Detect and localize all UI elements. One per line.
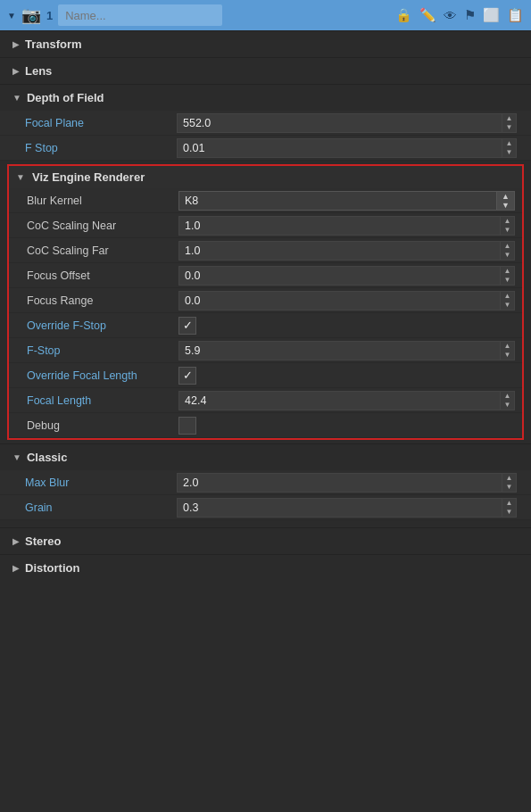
- focus-offset-row: Focus Offset ▲ ▼: [9, 263, 522, 288]
- focal-length-increment[interactable]: ▲: [501, 392, 514, 401]
- focal-length-decrement[interactable]: ▼: [501, 401, 514, 410]
- fstop-row: F Stop ▲ ▼: [0, 136, 531, 161]
- max-blur-increment[interactable]: ▲: [502, 474, 516, 483]
- camera-number: 1: [46, 9, 53, 22]
- coc-far-input[interactable]: [178, 241, 501, 261]
- focus-offset-decrement[interactable]: ▼: [501, 276, 514, 285]
- focal-length-spinner: ▲ ▼: [501, 391, 515, 410]
- max-blur-spinner: ▲ ▼: [502, 473, 517, 493]
- override-focal-length-row: Override Focal Length: [9, 363, 522, 388]
- classic-section-header[interactable]: ▼ Classic: [0, 443, 531, 470]
- focus-range-increment[interactable]: ▲: [501, 292, 514, 301]
- fstop-spinner: ▲ ▼: [502, 138, 517, 158]
- coc-far-increment[interactable]: ▲: [501, 242, 514, 251]
- focal-plane-increment[interactable]: ▲: [502, 114, 516, 123]
- viz-fstop-input[interactable]: [178, 341, 501, 360]
- debug-row: Debug: [9, 413, 522, 438]
- coc-far-label: CoC Scaling Far: [27, 244, 178, 257]
- viz-engine-arrow: ▼: [16, 172, 27, 182]
- coc-near-spinner: ▲ ▼: [501, 216, 515, 236]
- focal-length-group: ▲ ▼: [178, 391, 515, 410]
- viz-engine-header[interactable]: ▼ Viz Engine Renderer: [9, 166, 522, 188]
- focus-offset-increment[interactable]: ▲: [501, 267, 514, 276]
- viz-fstop-spinner: ▲ ▼: [501, 341, 515, 360]
- distortion-arrow: ▶: [12, 563, 20, 573]
- max-blur-row: Max Blur ▲ ▼: [0, 470, 531, 495]
- dof-arrow: ▼: [12, 93, 21, 103]
- coc-far-decrement[interactable]: ▼: [501, 251, 514, 260]
- transform-section-header[interactable]: ▶ Transform: [0, 30, 531, 57]
- lens-section-header[interactable]: ▶ Lens: [0, 57, 531, 84]
- grain-label: Grain: [25, 501, 177, 514]
- blur-kernel-label: Blur Kernel: [27, 195, 178, 207]
- transform-label: Transform: [25, 37, 82, 51]
- viz-fstop-decrement[interactable]: ▼: [501, 351, 514, 360]
- dropdown-icon[interactable]: ▼: [7, 11, 16, 21]
- blur-kernel-row: Blur Kernel K8 K4 K16 ▲▼: [9, 188, 522, 213]
- flag-icon[interactable]: ⚑: [464, 7, 476, 23]
- coc-near-increment[interactable]: ▲: [501, 217, 514, 226]
- override-fstop-checkbox[interactable]: [178, 317, 196, 335]
- max-blur-decrement[interactable]: ▼: [502, 483, 516, 492]
- fstop-input[interactable]: [177, 138, 502, 158]
- viz-fstop-label: F-Stop: [27, 344, 178, 357]
- focal-length-row: Focal Length ▲ ▼: [9, 388, 522, 413]
- fstop-decrement[interactable]: ▼: [502, 148, 516, 157]
- dof-section-header[interactable]: ▼ Depth of Field: [0, 84, 531, 111]
- eye-icon[interactable]: 👁: [444, 8, 457, 23]
- stereo-label: Stereo: [25, 534, 61, 548]
- focus-offset-input[interactable]: [178, 266, 501, 286]
- viz-engine-label: Viz Engine Renderer: [32, 170, 145, 184]
- fstop-increment[interactable]: ▲: [502, 139, 516, 148]
- grain-group: ▲ ▼: [177, 498, 517, 518]
- focal-plane-input[interactable]: [177, 113, 502, 133]
- coc-far-group: ▲ ▼: [178, 241, 515, 261]
- grain-input[interactable]: [177, 498, 502, 518]
- focal-length-input[interactable]: [178, 391, 501, 410]
- fstop-label: F Stop: [25, 142, 177, 154]
- classic-label: Classic: [27, 451, 68, 464]
- focus-range-group: ▲ ▼: [178, 291, 515, 311]
- clipboard-icon[interactable]: 📋: [507, 7, 524, 23]
- focal-plane-decrement[interactable]: ▼: [502, 123, 516, 132]
- focal-plane-input-group: ▲ ▼: [177, 113, 517, 133]
- distortion-section-header[interactable]: ▶ Distortion: [0, 554, 531, 581]
- frame-icon[interactable]: ⬜: [483, 7, 500, 23]
- lens-label: Lens: [25, 64, 52, 78]
- focal-plane-spinner: ▲ ▼: [502, 113, 517, 133]
- coc-near-label: CoC Scaling Near: [27, 220, 178, 232]
- viz-fstop-increment[interactable]: ▲: [501, 342, 514, 351]
- object-name-input[interactable]: [58, 4, 222, 26]
- debug-label: Debug: [27, 419, 178, 432]
- max-blur-label: Max Blur: [25, 476, 177, 489]
- distortion-label: Distortion: [25, 561, 79, 575]
- coc-far-spinner: ▲ ▼: [501, 241, 515, 261]
- override-focal-length-checkbox[interactable]: [178, 367, 196, 385]
- focal-plane-row: Focal Plane ▲ ▼: [0, 111, 531, 136]
- focus-range-row: Focus Range ▲ ▼: [9, 288, 522, 313]
- blur-kernel-select[interactable]: K8 K4 K16: [178, 191, 497, 211]
- edit-icon[interactable]: ✏️: [419, 7, 436, 23]
- coc-far-row: CoC Scaling Far ▲ ▼: [9, 238, 522, 263]
- transform-arrow: ▶: [12, 39, 20, 49]
- focus-range-input[interactable]: [178, 291, 501, 311]
- grain-increment[interactable]: ▲: [502, 499, 516, 508]
- debug-checkbox[interactable]: [178, 417, 196, 435]
- coc-near-decrement[interactable]: ▼: [501, 226, 514, 235]
- focus-range-decrement[interactable]: ▼: [501, 301, 514, 310]
- max-blur-input[interactable]: [177, 473, 502, 493]
- lock-icon[interactable]: 🔒: [395, 7, 412, 23]
- focal-length-label: Focal Length: [27, 394, 178, 407]
- stereo-section-header[interactable]: ▶ Stereo: [0, 527, 531, 554]
- blur-kernel-dropdown-arrow: ▲▼: [497, 191, 515, 211]
- dof-label: Depth of Field: [27, 91, 104, 104]
- focus-offset-group: ▲ ▼: [178, 266, 515, 286]
- focal-plane-label: Focal Plane: [25, 117, 177, 129]
- grain-spinner: ▲ ▼: [502, 498, 517, 518]
- header-bar: ▼ 📷 1 🔒 ✏️ 👁 ⚑ ⬜ 📋: [0, 0, 531, 30]
- coc-near-input[interactable]: [178, 216, 501, 236]
- blur-kernel-dropdown-group: K8 K4 K16 ▲▼: [178, 191, 515, 211]
- viz-engine-section: ▼ Viz Engine Renderer Blur Kernel K8 K4 …: [7, 164, 524, 440]
- grain-decrement[interactable]: ▼: [502, 508, 516, 517]
- stereo-arrow: ▶: [12, 536, 20, 546]
